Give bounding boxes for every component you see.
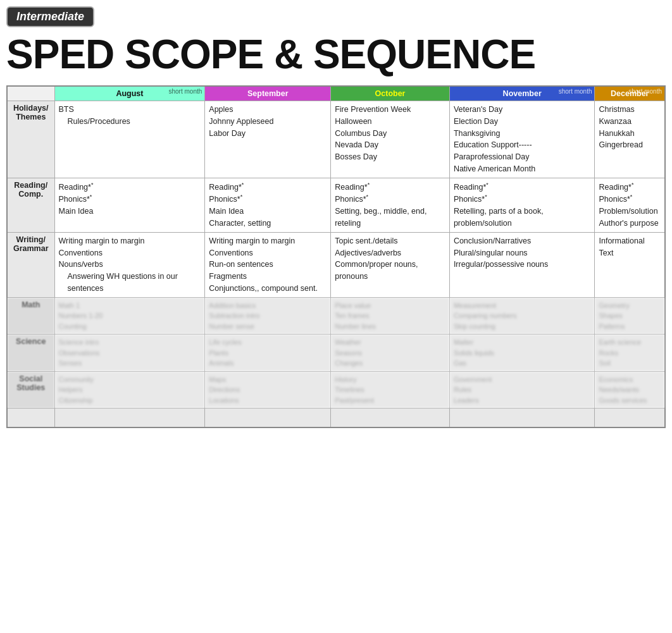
cell-r1-c0: Reading**Phonics**Main Idea: [54, 178, 205, 232]
cell-r2-c4: Informational Text: [595, 232, 665, 297]
month-header-november: November short month: [449, 86, 595, 101]
empty-cell-0: [54, 409, 205, 427]
blurred-cell-r1-c3: MatterSolids liquidsGas: [449, 335, 595, 372]
blurred-cell-r2-c0: CommunityHelpersCitizenship: [54, 371, 205, 409]
blurred-cell-r1-c2: WeatherSeasonsChanges: [331, 335, 450, 372]
blurred-label-1: Science: [7, 335, 54, 372]
blurred-cell-r0-c4: GeometryShapesPatterns: [595, 297, 665, 335]
level-badge: Intermediate: [6, 6, 94, 27]
cell-r0-c2: Fire Prevention WeekHalloweenColumbus Da…: [331, 101, 450, 178]
blurred-cell-r0-c3: MeasurementComparing numbersSkip countin…: [449, 297, 595, 335]
blurred-cell-r1-c0: Science introObservationsSenses: [54, 335, 205, 372]
cell-r2-c1: Writing margin to margin ConventionsRun-…: [205, 232, 331, 297]
cell-r0-c4: ChristmasKwanzaaHanukkahGingerbread: [595, 101, 665, 178]
empty-cell-2: [331, 409, 450, 427]
blurred-cell-r1-c1: Life cyclesPlantsAnimals: [205, 335, 331, 372]
blurred-label-2: Social Studies: [7, 371, 54, 409]
empty-row-label: [7, 409, 54, 427]
blurred-cell-r2-c1: MapsDirectionsLocations: [205, 371, 331, 409]
cell-r1-c2: Reading**Phonics**Setting, beg., middle,…: [331, 178, 450, 232]
cell-r2-c2: Topic sent./detailsAdjectives/adverbsCom…: [331, 232, 450, 297]
scope-sequence-table: August short month September October Nov…: [6, 85, 666, 428]
blurred-cell-r2-c2: HistoryTimelinesPast/present: [331, 371, 450, 409]
empty-cell-1: [205, 409, 331, 427]
cell-r1-c3: Reading**Phonics**Retelling, parts of a …: [449, 178, 595, 232]
month-header-september: September: [205, 86, 331, 101]
cell-r2-c3: Conclusion/NarrativesPlural/singular nou…: [449, 232, 595, 297]
row-label-2: Writing/ Grammar: [7, 232, 54, 297]
short-month-november: short month: [559, 88, 592, 95]
short-month-december: short month: [628, 88, 662, 95]
month-header-august: August short month: [54, 86, 205, 101]
cell-r0-c3: Veteran's DayElection DayThanksgivingEdu…: [449, 101, 595, 178]
cell-r1-c4: Reading**Phonics**Problem/solutionAuthor…: [595, 178, 665, 232]
cell-r1-c1: Reading**Phonics**Main IdeaCharacter, se…: [205, 178, 331, 232]
cell-r0-c1: ApplesJohnny AppleseedLabor Day: [205, 101, 331, 178]
blurred-cell-r1-c4: Earth scienceRocksSoil: [595, 335, 665, 372]
corner-cell: [7, 86, 54, 101]
blurred-cell-r2-c3: GovernmentRulesLeaders: [449, 371, 595, 409]
row-label-1: Reading/ Comp.: [7, 178, 54, 232]
short-month-august: short month: [169, 88, 202, 95]
month-header-december: December short month: [595, 86, 665, 101]
page-title: SPED SCOPE & SEQUENCE: [6, 31, 666, 78]
header-badge-wrapper: Intermediate: [6, 6, 666, 31]
month-header-october: October: [331, 86, 450, 101]
empty-cell-3: [449, 409, 595, 427]
blurred-cell-r0-c1: Addition basicsSubtraction introNumber s…: [205, 297, 331, 335]
blurred-cell-r2-c4: EconomicsNeeds/wantsGoods services: [595, 371, 665, 409]
blurred-cell-r0-c0: Math 1Numbers 1-20Counting: [54, 297, 205, 335]
cell-r0-c0: BTSRules/Procedures: [54, 101, 205, 178]
blurred-cell-r0-c2: Place valueTen framesNumber lines: [331, 297, 450, 335]
blurred-label-0: Math: [7, 297, 54, 335]
empty-cell-4: [595, 409, 665, 427]
row-label-0: Holidays/ Themes: [7, 101, 54, 178]
cell-r2-c0: Writing margin to marginConventionsNouns…: [54, 232, 205, 297]
